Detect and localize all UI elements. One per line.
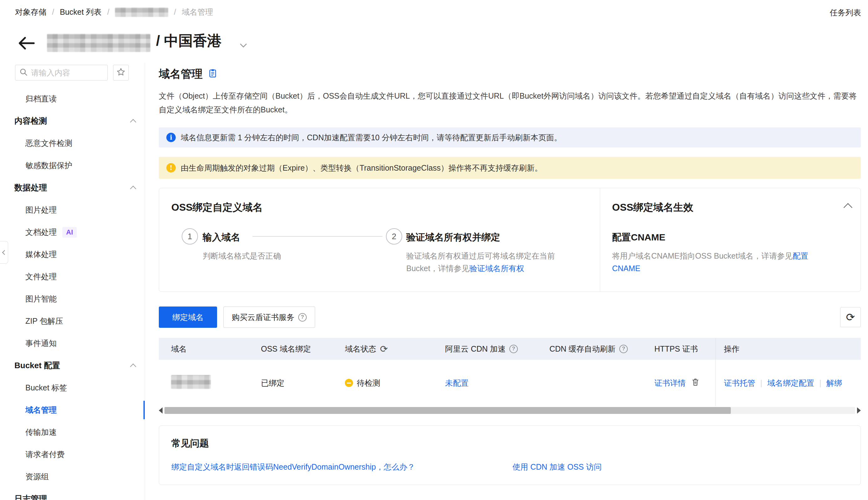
star-icon bbox=[116, 67, 126, 78]
faq-link-cdn-acceleration[interactable]: 使用 CDN 加速 OSS 访问 bbox=[512, 462, 602, 472]
step-1-circle: 1 bbox=[182, 228, 198, 245]
refresh-icon: ⟳ bbox=[846, 311, 855, 323]
sidebar-item-malicious-file-detection[interactable]: 恶意文件检测 bbox=[0, 132, 145, 154]
bind-card-title: OSS绑定自定义域名 bbox=[171, 201, 263, 215]
cell-domain bbox=[171, 375, 261, 391]
sidebar-search-box[interactable] bbox=[15, 65, 108, 80]
page-header: / 中国香港 bbox=[0, 28, 868, 62]
cell-cdn: 未配置 bbox=[445, 378, 550, 388]
copy-doc-icon[interactable] bbox=[208, 68, 218, 80]
warning-banner: ! 由生命周期触发的对象过期（Expire）、类型转换（TransitionSt… bbox=[159, 157, 861, 179]
chevron-down-icon[interactable] bbox=[238, 40, 249, 51]
step-2-desc: 验证域名所有权通过后可将域名绑定在当前 Bucket，详情参见验证域名所有权 bbox=[406, 250, 560, 275]
sidebar-item-media-processing[interactable]: 媒体处理 bbox=[0, 243, 145, 265]
domain-redacted bbox=[171, 375, 211, 389]
faq-card: 常见问题 绑定自定义域名时返回错误码NeedVerifyDomainOwners… bbox=[159, 425, 861, 485]
table-row: 已绑定 待检测 未配置 证书详情 证书托管 | 域名绑定配置 | 解绑 bbox=[159, 360, 861, 406]
breadcrumb-object-storage[interactable]: 对象存储 bbox=[15, 7, 46, 17]
sidebar-section-content-detection[interactable]: 内容检测 bbox=[0, 110, 145, 132]
sidebar-section-log-management[interactable]: 日志管理 bbox=[0, 488, 145, 500]
scroll-left-arrow[interactable] bbox=[159, 407, 162, 413]
verify-ownership-link[interactable]: 验证域名所有权 bbox=[469, 264, 524, 273]
cert-hosting-link[interactable]: 证书托管 bbox=[724, 378, 755, 388]
card-divider bbox=[600, 188, 600, 292]
favorite-star-button[interactable] bbox=[113, 65, 129, 80]
cname-desc: 将用户域名CNAME指向OSS Bucket域名，详请参见配置CNAME bbox=[612, 250, 828, 275]
info-icon: i bbox=[166, 133, 176, 142]
bind-domain-button[interactable]: 绑定域名 bbox=[159, 307, 217, 328]
col-domain: 域名 bbox=[171, 344, 261, 354]
sidebar-item-transfer-acceleration[interactable]: 传输加速 bbox=[0, 421, 145, 443]
sidebar-item-event-notification[interactable]: 事件通知 bbox=[0, 332, 145, 354]
help-icon[interactable]: ? bbox=[509, 345, 518, 353]
section-title: 域名管理 bbox=[159, 67, 203, 81]
page-description: 文件（Object）上传至存储空间（Bucket）后，OSS会自动生成文件URL… bbox=[159, 89, 860, 116]
sidebar-section-data-processing[interactable]: 数据处理 bbox=[0, 177, 145, 199]
effect-card-title: OSS绑定域名生效 bbox=[612, 201, 694, 215]
breadcrumb-separator: / bbox=[107, 8, 109, 16]
scrollbar-thumb[interactable] bbox=[165, 407, 731, 414]
breadcrumb-bucket-list[interactable]: Bucket 列表 bbox=[60, 7, 101, 17]
panel-collapse-button[interactable] bbox=[0, 241, 8, 264]
bind-domain-guide-card: OSS绑定自定义域名 1 输入域名 2 验证域名所有权并绑定 判断域名格式是否正… bbox=[159, 188, 861, 292]
col-actions: 操作 bbox=[715, 344, 861, 354]
scroll-right-arrow[interactable] bbox=[857, 407, 861, 413]
sidebar-item-sensitive-data-protection[interactable]: 敏感数据保护 bbox=[0, 154, 145, 177]
cell-domain-status: 待检测 bbox=[345, 378, 445, 388]
sidebar-item-archive-direct-read[interactable]: 归档直读 bbox=[0, 88, 145, 110]
ai-badge: AI bbox=[62, 227, 77, 238]
step-2-circle: 2 bbox=[386, 228, 402, 245]
step-connector-line bbox=[252, 236, 382, 237]
sidebar-item-bucket-tags[interactable]: Bucket 标签 bbox=[0, 377, 145, 399]
sidebar-item-domain-management[interactable]: 域名管理 bbox=[0, 399, 145, 421]
buy-cert-button[interactable]: 购买云盾证书服务 ? bbox=[223, 307, 315, 328]
sidebar-item-zip-decompress[interactable]: ZIP 包解压 bbox=[0, 310, 145, 332]
chevron-left-icon bbox=[2, 250, 7, 255]
sidebar-item-resource-group[interactable]: 资源组 bbox=[0, 466, 145, 488]
main-content: 域名管理 文件（Object）上传至存储空间（Bucket）后，OSS会自动生成… bbox=[145, 62, 868, 500]
domain-table: 域名 OSS 域名绑定 域名状态⟳ 阿里云 CDN 加速? CDN 缓存自动刷新… bbox=[159, 338, 861, 406]
action-separator: | bbox=[820, 378, 822, 388]
sidebar-nav: 归档直读 内容检测 恶意文件检测 敏感数据保护 数据处理 图片处理 文档处理AI… bbox=[0, 88, 145, 500]
unbind-link[interactable]: 解绑 bbox=[826, 378, 842, 388]
action-separator: | bbox=[760, 378, 763, 388]
step-1-title: 输入域名 bbox=[203, 231, 240, 244]
breadcrumb-bucket-name-redacted[interactable] bbox=[115, 8, 168, 17]
toolbar: 绑定域名 购买云盾证书服务 ? ⟳ bbox=[159, 307, 861, 328]
help-icon[interactable]: ? bbox=[619, 345, 628, 353]
cname-subtitle: 配置CNAME bbox=[612, 231, 665, 244]
fixed-column-divider bbox=[715, 338, 716, 406]
page-title: / 中国香港 bbox=[156, 31, 222, 51]
collapse-chevron-up-icon[interactable] bbox=[844, 203, 852, 212]
col-oss-binding: OSS 域名绑定 bbox=[261, 344, 345, 354]
task-list-link[interactable]: 任务列表 bbox=[830, 8, 861, 18]
search-input[interactable] bbox=[31, 68, 97, 77]
scrollbar-track[interactable] bbox=[165, 407, 855, 414]
step-1-desc: 判断域名格式是否正确 bbox=[203, 250, 281, 262]
sidebar: 归档直读 内容检测 恶意文件检测 敏感数据保护 数据处理 图片处理 文档处理AI… bbox=[0, 62, 145, 500]
sidebar-item-document-processing[interactable]: 文档处理AI bbox=[0, 221, 145, 243]
cdn-not-configured-link[interactable]: 未配置 bbox=[445, 378, 469, 387]
chevron-up-icon bbox=[130, 363, 136, 370]
domain-binding-config-link[interactable]: 域名绑定配置 bbox=[767, 378, 814, 388]
breadcrumb-separator: / bbox=[52, 8, 54, 16]
status-refresh-icon[interactable]: ⟳ bbox=[380, 343, 388, 354]
sidebar-item-requester-pays[interactable]: 请求者付费 bbox=[0, 443, 145, 466]
table-header: 域名 OSS 域名绑定 域名状态⟳ 阿里云 CDN 加速? CDN 缓存自动刷新… bbox=[159, 338, 861, 360]
faq-link-need-verify-ownership[interactable]: 绑定自定义域名时返回错误码NeedVerifyDomainOwnership，怎… bbox=[171, 462, 415, 472]
sidebar-item-image-intelligence[interactable]: 图片智能 bbox=[0, 288, 145, 310]
cert-details-link[interactable]: 证书详情 bbox=[654, 378, 686, 388]
bucket-name-redacted bbox=[47, 34, 150, 52]
sidebar-item-image-processing[interactable]: 图片处理 bbox=[0, 199, 145, 221]
chevron-up-icon bbox=[130, 186, 136, 192]
sidebar-item-file-processing[interactable]: 文件处理 bbox=[0, 265, 145, 288]
back-arrow-icon[interactable] bbox=[16, 33, 36, 53]
cell-https-cert: 证书详情 bbox=[654, 377, 715, 388]
refresh-button[interactable]: ⟳ bbox=[840, 307, 861, 327]
cell-actions: 证书托管 | 域名绑定配置 | 解绑 bbox=[715, 378, 861, 388]
search-icon bbox=[19, 68, 28, 78]
trash-icon[interactable] bbox=[691, 377, 700, 388]
faq-title: 常见问题 bbox=[171, 437, 209, 450]
top-bar: 对象存储 / Bucket 列表 / / 域名管理 任务列表 bbox=[0, 0, 868, 28]
sidebar-section-bucket-config[interactable]: Bucket 配置 bbox=[0, 354, 145, 377]
